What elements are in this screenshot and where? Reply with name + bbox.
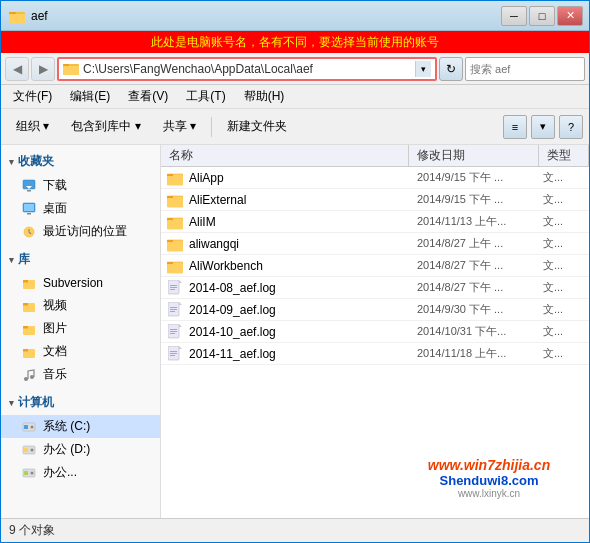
menu-view[interactable]: 查看(V)	[120, 86, 176, 107]
forward-button[interactable]: ▶	[31, 57, 55, 81]
help-button[interactable]: ?	[559, 115, 583, 139]
sidebar-item-downloads[interactable]: 下载	[1, 174, 160, 197]
svg-rect-58	[170, 311, 175, 312]
status-bar: 9 个对象	[1, 518, 589, 542]
svg-point-30	[31, 448, 34, 451]
toolbar: 组织 ▾ 包含到库中 ▾ 共享 ▾ 新建文件夹 ≡ ▾ ?	[1, 109, 589, 145]
sidebar-item-subversion[interactable]: Subversion	[1, 272, 160, 294]
sidebar-item-desktop[interactable]: 桌面	[1, 197, 160, 220]
sidebar-item-documents[interactable]: 文档	[1, 340, 160, 363]
svg-rect-57	[170, 309, 177, 310]
file-name: 2014-10_aef.log	[189, 325, 409, 339]
organize-button[interactable]: 组织 ▾	[7, 113, 58, 141]
subversion-icon	[21, 275, 37, 291]
file-icon	[165, 278, 185, 298]
svg-rect-13	[27, 213, 31, 215]
svg-rect-67	[170, 353, 177, 354]
table-row[interactable]: AliWorkbench2014/8/27 下午 ...文...	[161, 255, 589, 277]
svg-marker-55	[179, 302, 182, 305]
add-to-library-button[interactable]: 包含到库中 ▾	[62, 113, 149, 141]
svg-rect-32	[24, 471, 28, 475]
sidebar-item-music[interactable]: 音乐	[1, 363, 160, 386]
sidebar-item-recent[interactable]: 最近访问的位置	[1, 220, 160, 243]
drive-c-label: 系统 (C:)	[43, 418, 90, 435]
svg-rect-2	[9, 14, 25, 23]
videos-label: 视频	[43, 297, 67, 314]
svg-rect-16	[23, 280, 28, 283]
view-details-button[interactable]: ▾	[531, 115, 555, 139]
view-toggle-button[interactable]: ≡	[503, 115, 527, 139]
file-type: 文...	[539, 302, 589, 317]
library-chevron: ▾	[9, 255, 14, 265]
pictures-icon	[21, 321, 37, 337]
file-date: 2014/8/27 下午 ...	[409, 258, 539, 273]
svg-point-23	[24, 377, 28, 381]
main-content: ▾ 收藏夹 下载	[1, 145, 589, 518]
table-row[interactable]: 2014-10_aef.log2014/10/31 下午...文...	[161, 321, 589, 343]
refresh-button[interactable]: ↻	[439, 57, 463, 81]
sidebar-item-videos[interactable]: 视频	[1, 294, 160, 317]
table-row[interactable]: AliApp2014/9/15 下午 ...文...	[161, 167, 589, 189]
new-folder-button[interactable]: 新建文件夹	[218, 113, 296, 141]
drive-extra-label: 办公...	[43, 464, 77, 481]
computer-header[interactable]: ▾ 计算机	[1, 390, 160, 415]
svg-rect-62	[170, 331, 177, 332]
library-label: 库	[18, 251, 30, 268]
sidebar-item-drive-d[interactable]: 办公 (D:)	[1, 438, 160, 461]
svg-rect-63	[170, 333, 175, 334]
column-name-header[interactable]: 名称	[161, 145, 409, 166]
favorites-header[interactable]: ▾ 收藏夹	[1, 149, 160, 174]
toolbar-right: ≡ ▾ ?	[503, 115, 583, 139]
address-path: C:\Users\FangWenchao\AppData\Local\aef	[83, 62, 411, 76]
file-list-header: 名称 修改日期 类型	[161, 145, 589, 167]
file-name: AliExternal	[189, 193, 409, 207]
table-row[interactable]: AliExternal2014/9/15 下午 ...文...	[161, 189, 589, 211]
menu-tools[interactable]: 工具(T)	[178, 86, 233, 107]
column-type-header[interactable]: 类型	[539, 145, 589, 166]
file-date: 2014/11/18 上午...	[409, 346, 539, 361]
svg-rect-56	[170, 307, 177, 308]
address-folder-icon	[63, 61, 79, 77]
menu-file[interactable]: 文件(F)	[5, 86, 60, 107]
file-type: 文...	[539, 214, 589, 229]
svg-rect-36	[167, 176, 183, 185]
address-box[interactable]: C:\Users\FangWenchao\AppData\Local\aef ▾	[57, 57, 437, 81]
sidebar-item-drive-c[interactable]: 系统 (C:)	[1, 415, 160, 438]
column-date-header[interactable]: 修改日期	[409, 145, 539, 166]
file-icon	[165, 322, 185, 342]
svg-rect-29	[24, 448, 28, 452]
favorites-section: ▾ 收藏夹 下载	[1, 149, 160, 243]
maximize-button[interactable]: □	[529, 6, 555, 26]
svg-rect-26	[24, 425, 28, 429]
back-button[interactable]: ◀	[5, 57, 29, 81]
column-type-label: 类型	[547, 147, 571, 164]
table-row[interactable]: aliwangqi2014/8/27 上午 ...文...	[161, 233, 589, 255]
table-row[interactable]: AliIM2014/11/13 上午...文...	[161, 211, 589, 233]
minimize-button[interactable]: ─	[501, 6, 527, 26]
file-date: 2014/8/27 下午 ...	[409, 280, 539, 295]
table-row[interactable]: 2014-09_aef.log2014/9/30 下午 ...文...	[161, 299, 589, 321]
close-button[interactable]: ✕	[557, 6, 583, 26]
menu-edit[interactable]: 编辑(E)	[62, 86, 118, 107]
search-input[interactable]	[470, 63, 590, 75]
file-date: 2014/8/27 上午 ...	[409, 236, 539, 251]
status-count: 9 个对象	[9, 522, 55, 539]
recent-icon	[21, 224, 37, 240]
share-button[interactable]: 共享 ▾	[154, 113, 205, 141]
file-date: 2014/11/13 上午...	[409, 214, 539, 229]
table-row[interactable]: 2014-08_aef.log2014/8/27 下午 ...文...	[161, 277, 589, 299]
table-row[interactable]: 2014-11_aef.log2014/11/18 上午...文...	[161, 343, 589, 365]
subversion-label: Subversion	[43, 276, 103, 290]
svg-rect-45	[167, 242, 183, 251]
address-dropdown-button[interactable]: ▾	[415, 61, 431, 77]
sidebar-item-pictures[interactable]: 图片	[1, 317, 160, 340]
sidebar-item-drive-extra[interactable]: 办公...	[1, 461, 160, 484]
column-date-label: 修改日期	[417, 147, 465, 164]
folder-title-icon	[9, 8, 25, 24]
menu-help[interactable]: 帮助(H)	[236, 86, 293, 107]
search-box[interactable]	[465, 57, 585, 81]
address-bar: ◀ ▶ C:\Users\FangWenchao\AppData\Local\a…	[1, 53, 589, 85]
library-header[interactable]: ▾ 库	[1, 247, 160, 272]
annotation-text: 此处是电脑账号名，各有不同，要选择当前使用的账号	[151, 34, 439, 51]
toolbar-separator	[211, 117, 212, 137]
